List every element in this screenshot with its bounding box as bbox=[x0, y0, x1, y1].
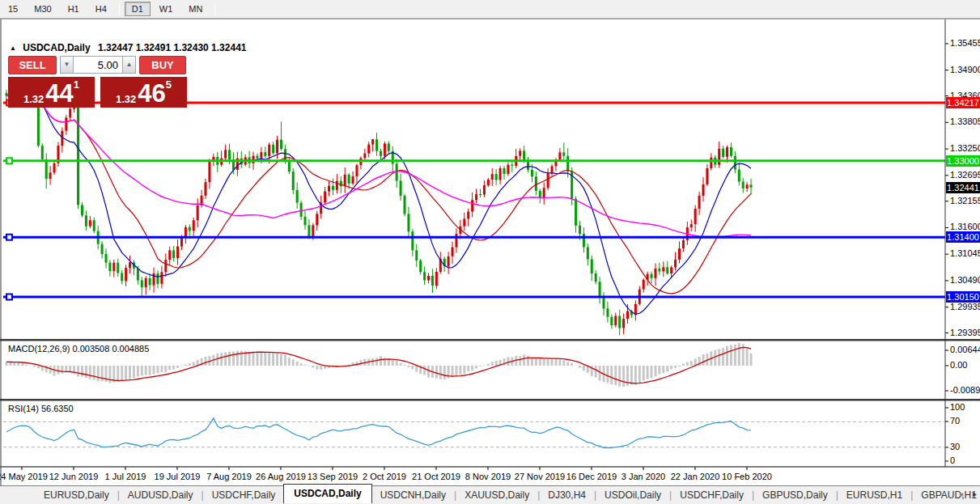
tab-audusd-daily[interactable]: AUDUSD,Daily bbox=[120, 488, 202, 502]
toolbar-separator bbox=[119, 2, 120, 15]
sell-price-panel[interactable]: 1.32 44 1 bbox=[8, 77, 95, 108]
timeframe-button-m30[interactable]: M30 bbox=[27, 2, 58, 16]
timeframe-button-h4[interactable]: H4 bbox=[88, 2, 114, 16]
collapse-triangle-icon[interactable]: ▲ bbox=[10, 44, 16, 52]
sell-price-big: 44 bbox=[45, 83, 73, 105]
timeframe-button-15[interactable]: 15 bbox=[1, 2, 25, 16]
chart-symbol: USDCAD,Daily bbox=[23, 42, 90, 53]
tabs-scroll-right-icon[interactable]: ▸ bbox=[973, 489, 977, 498]
volume-decrease-button[interactable]: ▼ bbox=[60, 56, 74, 74]
tab-usdchf-daily[interactable]: USDCHF,Daily bbox=[204, 488, 284, 502]
triangle-up-icon: ▲ bbox=[126, 61, 133, 68]
sell-price-prefix: 1.32 bbox=[23, 93, 44, 105]
tabs-scroll-left-icon[interactable]: ◂ bbox=[959, 489, 963, 498]
buy-price-prefix: 1.32 bbox=[116, 93, 136, 105]
buy-price-pip: 5 bbox=[166, 78, 172, 91]
tab-eurusd-h1[interactable]: EURUSD,H1 bbox=[838, 488, 910, 502]
buy-price-big: 46 bbox=[138, 83, 165, 105]
triangle-down-icon: ▼ bbox=[64, 61, 70, 68]
toolbar-separator bbox=[214, 2, 215, 15]
chart-tabs: EURUSD,Daily|AUDUSD,Daily|USDCHF,DailyUS… bbox=[0, 485, 980, 504]
timeframe-button-w1[interactable]: W1 bbox=[152, 2, 180, 16]
timeframe-toolbar: 15M30H1H4D1W1MN bbox=[0, 0, 980, 19]
chart-title: ▲ USDCAD,Daily 1.32447 1.32491 1.32430 1… bbox=[10, 42, 246, 53]
tab-usdcnh-daily[interactable]: USDCNH,Daily bbox=[372, 488, 454, 502]
tab-gbpusd-daily[interactable]: GBPUSD,Daily bbox=[754, 488, 836, 502]
one-click-trading-panel: SELL ▼ ▲ BUY 1.32 44 1 bbox=[8, 55, 187, 108]
timeframe-button-h1[interactable]: H1 bbox=[61, 2, 87, 16]
sell-price-pip: 1 bbox=[74, 78, 79, 91]
chart-window[interactable]: ▲ USDCAD,Daily 1.32447 1.32491 1.32430 1… bbox=[0, 19, 980, 485]
tab-usdchf-daily[interactable]: USDCHF,Daily bbox=[672, 488, 752, 502]
tab-usdoil-daily[interactable]: USDOil,Daily bbox=[596, 488, 669, 502]
buy-button[interactable]: BUY bbox=[139, 56, 186, 74]
buy-price-panel[interactable]: 1.32 46 5 bbox=[100, 77, 187, 108]
sell-button[interactable]: SELL bbox=[8, 56, 57, 74]
timeframe-button-mn[interactable]: MN bbox=[181, 2, 210, 16]
tab-dj30-h4[interactable]: DJ30,H4 bbox=[540, 488, 594, 502]
tab-xauusd-daily[interactable]: XAUUSD,Daily bbox=[456, 488, 537, 502]
chart-quotes: 1.32447 1.32491 1.32430 1.32441 bbox=[98, 42, 247, 53]
timeframe-button-d1[interactable]: D1 bbox=[125, 2, 151, 16]
mt4-window: 15M30H1H4D1W1MN ▲ USDCAD,Daily 1.32447 1… bbox=[0, 0, 980, 504]
volume-input[interactable] bbox=[74, 56, 122, 74]
tab-eurusd-daily[interactable]: EURUSD,Daily bbox=[36, 488, 117, 502]
tab-usdcad-daily[interactable]: USDCAD,Daily bbox=[283, 484, 371, 503]
volume-increase-button[interactable]: ▲ bbox=[122, 56, 136, 74]
